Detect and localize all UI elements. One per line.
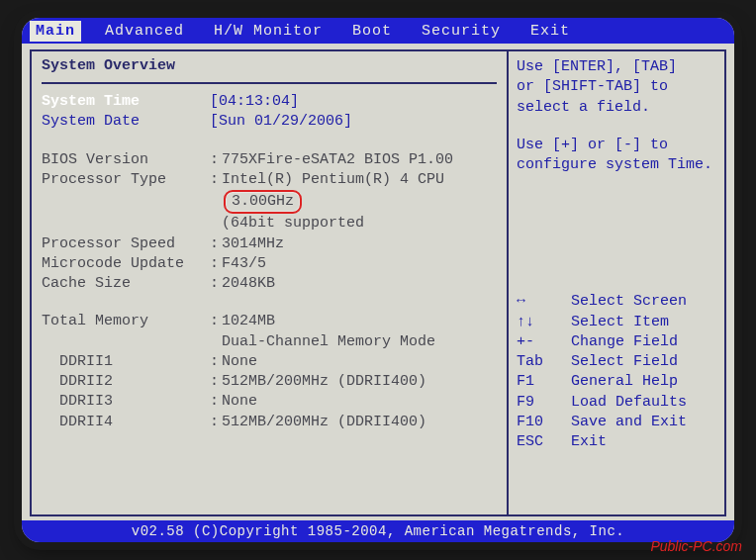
content-area: System Overview System Time [04:13:04] S… <box>22 44 734 516</box>
slot-4-row: DDRII4 : 512MB/200MHz (DDRII400) <box>42 413 497 432</box>
processor-64-text: (64bit supported <box>222 214 497 233</box>
slot-4-label: DDRII4 <box>42 413 210 432</box>
cache-row: Cache Size : 2048KB <box>42 274 497 294</box>
system-time-row[interactable]: System Time [04:13:04] <box>42 92 497 112</box>
processor-64-row: (64bit supported <box>42 214 497 233</box>
processor-type-value: Intel(R) Pentium(R) 4 CPU 3.00GHz <box>222 170 497 215</box>
main-pane: System Overview System Time [04:13:04] S… <box>30 49 509 516</box>
cache-value: 2048KB <box>222 274 497 294</box>
help-text-3: select a field. <box>517 98 716 118</box>
slot-2-value: 512MB/200MHz (DDRII400) <box>222 372 497 392</box>
menu-bar: Main Advanced H/W Monitor Boot Security … <box>22 18 734 44</box>
processor-type-label: Processor Type <box>42 170 210 215</box>
total-memory-value: 1024MB <box>222 312 497 331</box>
bios-version-value: 775XFire-eSATA2 BIOS P1.00 <box>222 150 497 170</box>
help-pane: Use [ENTER], [TAB] or [SHIFT-TAB] to sel… <box>509 49 726 516</box>
processor-speed-row: Processor Speed : 3014MHz <box>42 234 497 254</box>
slot-4-value: 512MB/200MHz (DDRII400) <box>222 413 497 432</box>
footer-bar: v02.58 (C)Copyright 1985-2004, American … <box>22 520 734 542</box>
system-date-row[interactable]: System Date [Sun 01/29/2006] <box>42 112 497 132</box>
processor-freq-highlight: 3.00GHz <box>224 190 302 214</box>
slot-3-label: DDRII3 <box>42 392 210 412</box>
slot-3-value: None <box>222 392 497 412</box>
help-text-5: configure system Time. <box>517 155 716 175</box>
system-time-value[interactable]: [04:13:04] <box>210 92 497 112</box>
menu-security[interactable]: Security <box>416 21 507 42</box>
help-text-2: or [SHIFT-TAB] to <box>517 77 716 97</box>
slot-1-value: None <box>222 352 497 372</box>
divider <box>42 82 497 84</box>
menu-exit[interactable]: Exit <box>524 21 576 42</box>
processor-type-text: Intel(R) Pentium(R) 4 CPU <box>222 171 444 188</box>
help-text-4: Use [+] or [-] to <box>517 136 716 155</box>
menu-advanced[interactable]: Advanced <box>99 21 190 42</box>
microcode-value: F43/5 <box>222 254 497 274</box>
key-select-field: TabSelect Field <box>517 352 716 372</box>
memory-mode-value: Dual-Channel Memory Mode <box>222 332 497 352</box>
slot-3-row: DDRII3 : None <box>42 392 497 412</box>
processor-speed-value: 3014MHz <box>222 234 497 254</box>
key-general-help: F1General Help <box>517 372 716 392</box>
menu-main[interactable]: Main <box>30 21 81 42</box>
cache-label: Cache Size <box>42 274 210 294</box>
processor-speed-label: Processor Speed <box>42 234 210 254</box>
memory-mode-row: Dual-Channel Memory Mode <box>42 332 497 352</box>
slot-2-label: DDRII2 <box>42 372 210 392</box>
key-exit: ESCExit <box>517 432 716 452</box>
slot-2-row: DDRII2 : 512MB/200MHz (DDRII400) <box>42 372 497 392</box>
help-text-1: Use [ENTER], [TAB] <box>517 57 716 77</box>
slot-1-row: DDRII1 : None <box>42 352 497 372</box>
key-select-screen: ↔Select Screen <box>517 292 716 312</box>
key-load-defaults: F9Load Defaults <box>517 393 716 413</box>
bios-screen: Main Advanced H/W Monitor Boot Security … <box>22 18 734 542</box>
watermark: Public-PC.com <box>650 538 742 554</box>
bios-version-row: BIOS Version : 775XFire-eSATA2 BIOS P1.0… <box>42 150 497 170</box>
key-change-field: +-Change Field <box>517 332 716 352</box>
processor-type-row: Processor Type : Intel(R) Pentium(R) 4 C… <box>42 170 497 215</box>
total-memory-label: Total Memory <box>42 312 210 331</box>
microcode-label: Microcode Update <box>42 254 210 274</box>
system-time-label: System Time <box>42 92 210 112</box>
total-memory-row: Total Memory : 1024MB <box>42 312 497 331</box>
system-date-value[interactable]: [Sun 01/29/2006] <box>210 112 497 132</box>
menu-boot[interactable]: Boot <box>346 21 398 42</box>
microcode-row: Microcode Update : F43/5 <box>42 254 497 274</box>
bios-version-label: BIOS Version <box>42 150 210 170</box>
menu-hwmonitor[interactable]: H/W Monitor <box>208 21 329 42</box>
key-select-item: ↑↓Select Item <box>517 313 716 332</box>
key-save-exit: F10Save and Exit <box>517 413 716 432</box>
system-date-label: System Date <box>42 112 210 132</box>
slot-1-label: DDRII1 <box>42 352 210 372</box>
page-title: System Overview <box>42 57 497 78</box>
